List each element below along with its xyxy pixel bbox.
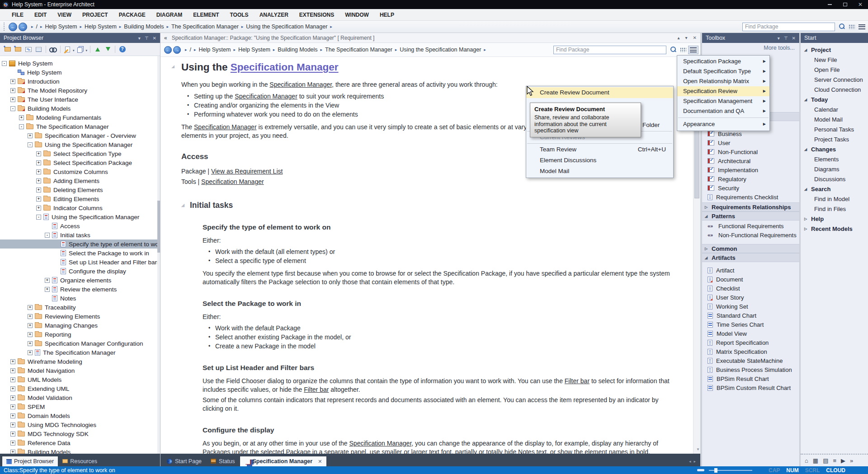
start-item-server-connection[interactable]: Server Connection xyxy=(801,75,868,84)
toolbox-section-artifacts[interactable]: ◢Artifacts xyxy=(702,253,799,262)
menu-item-model-mail[interactable]: Model Mail xyxy=(526,166,673,177)
menu-view[interactable]: VIEW xyxy=(52,9,77,21)
breadcrumb-item-using-the-specification-manager[interactable]: Using the Specification Manager xyxy=(246,23,327,30)
chevron-down-icon[interactable]: ▾ xyxy=(86,49,88,52)
expand-icon[interactable]: + xyxy=(36,178,41,183)
doc-link[interactable]: Specification Manager xyxy=(269,81,332,88)
expand-icon[interactable]: + xyxy=(28,332,33,337)
tree-item-help-system[interactable]: -Help System xyxy=(0,59,160,68)
collapse-caret-icon[interactable]: ◢ xyxy=(171,64,175,69)
expand-icon[interactable]: + xyxy=(10,404,15,409)
toolbox-item-report-specification[interactable]: Report Specification xyxy=(702,338,799,347)
toolbox-item-implementation[interactable]: Implementation xyxy=(702,165,799,174)
start-section-recent-models[interactable]: ▷Recent Models xyxy=(801,224,868,234)
breadcrumb-item-building-models[interactable]: Building Models xyxy=(124,23,164,30)
menu-item-team-review[interactable]: Team ReviewCtrl+Alt+U xyxy=(526,144,673,155)
menu-project[interactable]: PROJECT xyxy=(77,9,113,21)
tree-item-set-up-list-header-and-filter-bars[interactable]: Set up List Header and Filter bars xyxy=(0,258,160,267)
toolbox-item-requirements-checklist[interactable]: Requirements Checklist xyxy=(702,192,799,202)
new-model-icon[interactable] xyxy=(2,45,13,54)
start-item-personal-tasks[interactable]: Personal Tasks xyxy=(801,124,868,134)
tree-item-introduction[interactable]: +Introduction xyxy=(0,77,160,86)
doc-link[interactable]: Filter bar xyxy=(304,386,329,393)
breadcrumb-item-the-specification-manager[interactable]: The Specification Manager xyxy=(171,23,239,30)
expand-icon[interactable]: + xyxy=(10,450,15,454)
move-up-icon[interactable] xyxy=(92,45,103,54)
collapse-panel-icon[interactable]: « xyxy=(164,35,167,41)
start-item-new-file[interactable]: New File xyxy=(801,55,868,65)
pin-icon[interactable]: ⊤ xyxy=(145,36,149,41)
find-in-project-browser-icon[interactable] xyxy=(48,45,58,54)
back-button[interactable]: ← xyxy=(9,23,17,31)
expand-icon[interactable]: + xyxy=(45,278,50,283)
tree-item-building-models[interactable]: -Building Models xyxy=(0,104,160,113)
collapse-caret-icon[interactable]: ◢ xyxy=(181,203,184,207)
breadcrumb-item-building-models[interactable]: Building Models xyxy=(278,47,317,53)
toolbox-item-model-view[interactable]: Model View xyxy=(702,329,799,338)
home-icon[interactable]: ⌂ xyxy=(805,457,808,464)
start-item-find-in-files[interactable]: Find in Files xyxy=(801,204,868,214)
search-icon[interactable] xyxy=(839,23,845,30)
menu-element[interactable]: ELEMENT xyxy=(188,9,224,21)
rows-icon[interactable]: ▤ xyxy=(823,457,828,464)
zoom-slider[interactable] xyxy=(697,469,752,471)
expand-icon[interactable]: + xyxy=(45,287,50,292)
menu-analyzer[interactable]: ANALYZER xyxy=(254,9,294,21)
panel-close-icon[interactable]: ✕ xyxy=(153,36,156,41)
breadcrumb-item-help-system[interactable]: Help System xyxy=(238,47,270,53)
tree-item-using-mdg-technologies[interactable]: +Using MDG Technologies xyxy=(0,420,160,429)
expand-icon[interactable]: + xyxy=(36,160,41,165)
start-item-diagrams[interactable]: Diagrams xyxy=(801,164,868,174)
minimize-button[interactable] xyxy=(822,0,837,9)
list-options-icon[interactable] xyxy=(849,24,855,29)
breadcrumb-root[interactable]: / xyxy=(190,47,191,53)
expand-icon[interactable]: + xyxy=(28,350,33,355)
tree-item-editing-elements[interactable]: +Editing Elements xyxy=(0,194,160,203)
tree-item-extending-uml[interactable]: +Extending UML xyxy=(0,384,160,393)
tree-item-access[interactable]: Access xyxy=(0,221,160,230)
tree-item-using-the-specification-manager[interactable]: -Using the Specification Manager xyxy=(0,212,160,221)
move-down-icon[interactable] xyxy=(103,45,113,54)
more-tools-link[interactable]: More tools... xyxy=(702,43,799,53)
toolbox-section-requirements-relationships[interactable]: ▷Requirements Relationships xyxy=(702,202,799,211)
start-item-open-file[interactable]: Open File xyxy=(801,65,868,75)
breadcrumb-item-help-system[interactable]: Help System xyxy=(199,47,231,53)
doc-link[interactable]: Specification Manager xyxy=(235,93,297,100)
expand-icon[interactable]: + xyxy=(10,432,15,436)
breadcrumb-root[interactable]: / xyxy=(36,23,38,30)
tree-item-specification-manager-overview[interactable]: +Specification Manager - Overview xyxy=(0,131,160,140)
new-package-icon[interactable] xyxy=(13,45,23,54)
tree-item-the-specification-manager[interactable]: -The Specification Manager xyxy=(0,122,160,131)
duplicate-icon[interactable] xyxy=(75,45,86,54)
tree-item-domain-models[interactable]: +Domain Models xyxy=(0,411,160,420)
start-section-project[interactable]: ◢Project xyxy=(801,45,868,55)
toolbox-item-artifact[interactable]: Artifact xyxy=(702,266,799,275)
tree-item-customize-columns[interactable]: +Customize Columns xyxy=(0,167,160,176)
tab-scroll-buttons[interactable]: ◂▸ xyxy=(689,459,698,464)
view-close-icon[interactable]: ✕ xyxy=(693,35,697,40)
tab-specification-manager[interactable]: Specification Manager✕ xyxy=(240,456,327,466)
tree-item-managing-changes[interactable]: +Managing Changes xyxy=(0,321,160,330)
expand-icon[interactable]: + xyxy=(36,151,41,156)
menu-tools[interactable]: TOOLS xyxy=(225,9,254,21)
zoom-slider-thumb[interactable] xyxy=(714,468,717,473)
tree-item-wireframe-modeling[interactable]: +Wireframe Modeling xyxy=(0,357,160,366)
toolbox-item-document[interactable]: Document xyxy=(702,275,799,284)
expand-icon[interactable]: + xyxy=(36,169,41,174)
expand-icon[interactable]: + xyxy=(19,115,24,120)
list-options-icon[interactable] xyxy=(680,47,686,52)
tree-item-modeling-fundamentals[interactable]: +Modeling Fundamentals xyxy=(0,113,160,122)
toolbox-item-time-series-chart[interactable]: Time Series Chart xyxy=(702,320,799,329)
zoom-out-icon[interactable] xyxy=(697,469,704,471)
collapse-icon[interactable]: - xyxy=(45,233,50,238)
tab-resources[interactable]: Resources xyxy=(58,456,101,466)
expand-icon[interactable]: + xyxy=(10,413,15,418)
toolbox-item-regulatory[interactable]: Regulatory xyxy=(702,174,799,183)
expand-icon[interactable]: + xyxy=(10,79,15,84)
expand-icon[interactable]: + xyxy=(28,305,33,310)
start-section-today[interactable]: ◢Today xyxy=(801,94,868,104)
start-item-cloud-connection[interactable]: Cloud Connection xyxy=(801,84,868,94)
expand-icon[interactable]: + xyxy=(10,88,15,93)
start-section-search[interactable]: ◢Search xyxy=(801,184,868,194)
tree-item-reference-data[interactable]: +Reference Data xyxy=(0,438,160,447)
